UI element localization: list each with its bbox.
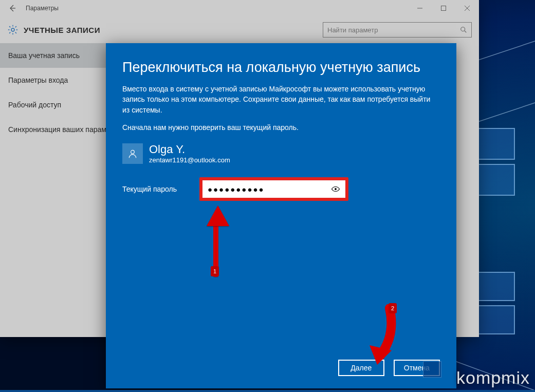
avatar [122,143,143,164]
svg-rect-5 [478,306,514,334]
svg-rect-0 [478,128,514,159]
maximize-icon [441,6,446,11]
annotation-badge-2: 2 [389,303,397,313]
page-title: УЧЕТНЫЕ ЗАПИСИ [24,26,323,34]
minimize-icon [417,6,422,11]
svg-line-23 [15,26,16,27]
password-label: Текущий пароль [122,185,199,193]
next-button-label: Далее [350,364,372,372]
svg-rect-4 [478,272,514,301]
svg-point-27 [131,150,135,154]
taskbar-edge [0,390,535,392]
watermark: kompmix [456,368,530,388]
gear-icon [7,24,19,35]
eye-icon [331,184,340,194]
person-icon [127,148,138,159]
close-icon [465,6,470,11]
user-display-name: Olga Y. [149,143,230,156]
titlebar: Параметры [0,0,479,16]
arrow-left-icon [8,4,16,12]
dialog-paragraph-2: Сначала нам нужно проверить ваш текущий … [122,122,431,133]
sidebar-item-label: Параметры входа [8,76,68,84]
current-password-input[interactable] [202,180,345,198]
user-email: zentawr1191@outlook.com [149,156,230,164]
dialog-paragraph-1: Вместо входа в систему с учетной записью… [122,84,431,115]
sidebar-item-label: Рабочий доступ [8,101,61,109]
svg-line-21 [9,26,10,27]
window-title: Параметры [25,5,408,12]
svg-point-28 [335,188,337,190]
svg-rect-13 [441,6,446,11]
settings-header: УЧЕТНЫЕ ЗАПИСИ [0,16,479,43]
current-user-row: Olga Y. zentawr1191@outlook.com [122,143,440,164]
sidebar-item-label: Ваша учетная запись [8,51,80,60]
search-input[interactable] [327,26,460,34]
back-button[interactable] [0,0,25,16]
switch-local-account-dialog: Переключиться на локальную учетную запис… [106,43,456,388]
svg-line-26 [465,31,467,33]
next-button[interactable]: Далее [338,360,384,376]
search-icon [460,26,467,33]
svg-point-25 [461,27,465,31]
password-row: Текущий пароль [122,177,440,201]
close-button[interactable] [455,0,479,16]
svg-line-24 [9,32,10,33]
reveal-password-button[interactable] [329,180,342,198]
maximize-button[interactable] [432,0,455,16]
search-box[interactable] [323,22,472,38]
svg-point-16 [11,28,14,31]
password-box-highlight [199,177,348,201]
svg-line-22 [15,32,16,33]
dialog-button-row: Далее Отмена [122,360,440,376]
svg-rect-1 [478,164,514,195]
taskbar-thumbnail [423,361,441,378]
dialog-title: Переключиться на локальную учетную запис… [122,60,440,76]
annotation-badge-1: 1 [211,266,219,276]
minimize-button[interactable] [408,0,432,16]
